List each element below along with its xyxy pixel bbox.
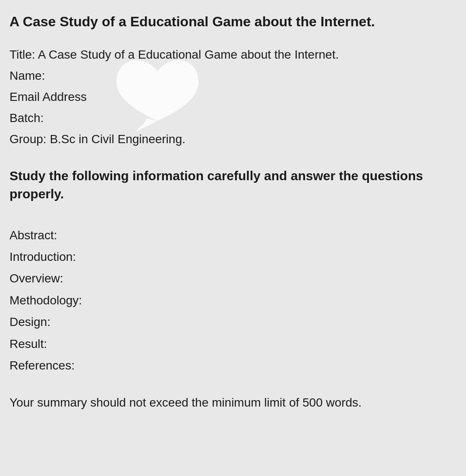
section-overview: Overview:	[9, 268, 457, 289]
title-line: Title: A Case Study of a Educational Gam…	[9, 44, 457, 65]
section-introduction: Introduction:	[9, 246, 457, 268]
group-line: Group: B.Sc in Civil Engineering.	[9, 128, 457, 150]
section-result: Result:	[9, 333, 457, 355]
footer-note: Your summary should not exceed the minim…	[9, 394, 457, 412]
page-main-title: A Case Study of a Educational Game about…	[9, 13, 457, 31]
meta-section: Title: A Case Study of a Educational Gam…	[9, 44, 457, 150]
section-abstract: Abstract:	[9, 225, 457, 246]
instruction-title: Study the following information carefull…	[9, 167, 457, 203]
sections-list: Abstract: Introduction: Overview: Method…	[9, 225, 457, 377]
name-line: Name:	[9, 65, 457, 86]
batch-line: Batch:	[9, 107, 457, 128]
email-line: Email Address	[9, 86, 457, 107]
section-references: References:	[9, 355, 457, 376]
section-methodology: Methodology:	[9, 290, 457, 311]
section-design: Design:	[9, 311, 457, 333]
